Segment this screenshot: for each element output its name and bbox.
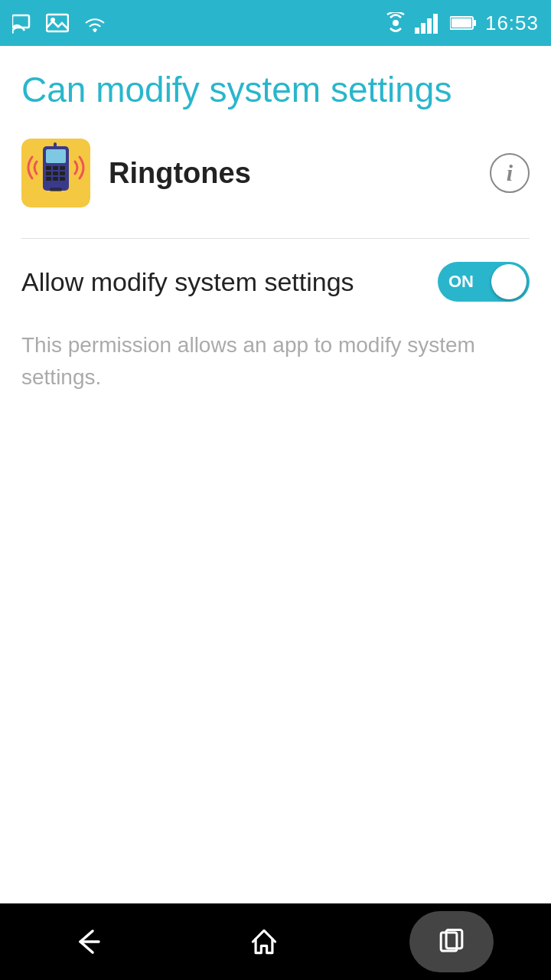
info-icon: i [507, 160, 513, 186]
svg-rect-6 [415, 28, 419, 34]
toggle-switch[interactable]: ON [438, 262, 530, 302]
svg-rect-18 [60, 166, 65, 170]
toggle-on-text: ON [448, 272, 474, 292]
svg-rect-12 [452, 18, 471, 28]
app-row: Ringtones i [21, 139, 530, 207]
app-name: Ringtones [109, 157, 490, 190]
nav-bar [0, 903, 551, 980]
app-icon-svg [21, 139, 90, 207]
wifi-icon [80, 12, 110, 34]
status-bar: 16:53 [0, 0, 551, 46]
home-button[interactable] [233, 911, 295, 972]
cast-icon [12, 12, 35, 34]
svg-point-5 [393, 20, 399, 26]
svg-rect-25 [54, 142, 57, 149]
toggle-knob [491, 264, 527, 299]
svg-rect-21 [60, 172, 65, 175]
svg-point-1 [12, 31, 14, 34]
svg-rect-11 [473, 20, 476, 26]
status-bar-left-icons [12, 12, 110, 34]
status-bar-right-icons: 16:53 [384, 11, 539, 35]
info-button[interactable]: i [490, 153, 530, 193]
home-icon [249, 926, 279, 957]
back-button[interactable] [57, 911, 119, 972]
svg-rect-22 [46, 177, 51, 181]
battery-icon [450, 15, 478, 31]
svg-rect-8 [427, 18, 432, 34]
svg-rect-23 [53, 177, 58, 181]
svg-rect-17 [53, 166, 58, 170]
section-divider [21, 238, 530, 239]
app-icon [21, 139, 90, 207]
svg-rect-9 [433, 14, 438, 34]
image-icon [46, 12, 69, 34]
toggle-label: Allow modify system settings [21, 267, 354, 297]
recents-button[interactable] [409, 911, 494, 972]
svg-rect-19 [46, 172, 51, 175]
recents-icon [437, 927, 466, 956]
svg-rect-20 [53, 172, 58, 175]
page-title: Can modify system settings [21, 69, 530, 111]
signal-icon [415, 12, 442, 34]
svg-rect-24 [60, 177, 65, 181]
svg-rect-16 [46, 166, 51, 170]
svg-rect-2 [47, 15, 68, 31]
svg-rect-7 [421, 23, 425, 34]
hotspot-icon [384, 12, 407, 34]
svg-point-4 [93, 30, 96, 32]
svg-rect-26 [50, 188, 62, 191]
toggle-row: Allow modify system settings ON [21, 262, 530, 302]
back-icon [71, 925, 105, 959]
main-content: Can modify system settings [0, 46, 551, 394]
status-time: 16:53 [485, 11, 539, 35]
svg-rect-15 [46, 149, 66, 163]
description-text: This permission allows an app to modify … [21, 329, 530, 394]
